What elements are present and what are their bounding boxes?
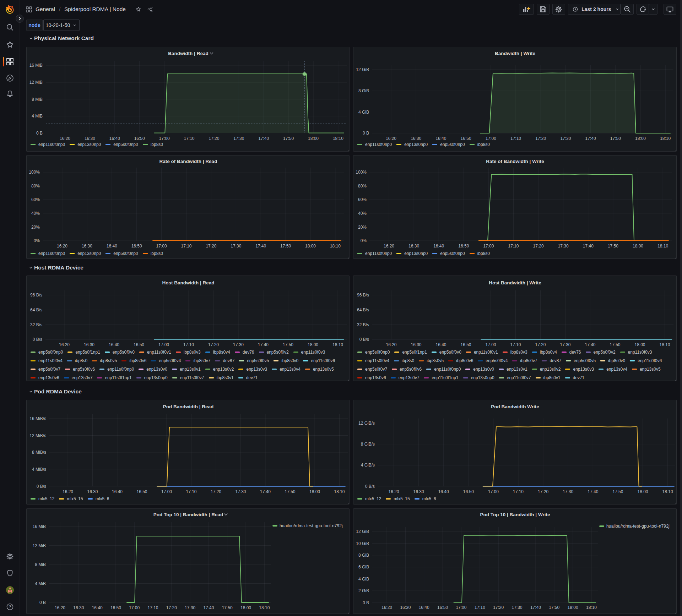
svg-text:17:00: 17:00: [488, 489, 499, 494]
svg-text:0 B/s: 0 B/s: [33, 337, 42, 342]
svg-text:18:00: 18:00: [305, 244, 316, 249]
svg-text:16:20: 16:20: [388, 489, 399, 494]
svg-text:17:20: 17:20: [166, 605, 177, 610]
svg-text:18:00: 18:00: [568, 605, 578, 610]
svg-text:16:30: 16:30: [82, 244, 92, 249]
svg-text:17:50: 17:50: [612, 489, 623, 494]
svg-text:17:00: 17:00: [158, 342, 169, 347]
svg-text:40%: 40%: [358, 211, 367, 216]
svg-text:17:30: 17:30: [560, 342, 570, 347]
svg-text:16:40: 16:40: [435, 136, 446, 141]
svg-text:6 GiB: 6 GiB: [358, 565, 369, 569]
svg-text:16:30: 16:30: [84, 342, 94, 347]
svg-text:16:20: 16:20: [60, 136, 70, 141]
svg-text:17:10: 17:10: [186, 489, 196, 494]
svg-text:16:20: 16:20: [55, 605, 65, 610]
svg-text:17:10: 17:10: [183, 342, 194, 347]
svg-text:17:10: 17:10: [147, 605, 158, 610]
svg-text:17:50: 17:50: [285, 489, 295, 494]
svg-text:4 MiB/s: 4 MiB/s: [32, 467, 46, 472]
svg-text:12 GiB/s: 12 GiB/s: [358, 421, 375, 426]
svg-text:17:20: 17:20: [538, 489, 548, 494]
svg-text:17:20: 17:20: [211, 489, 221, 494]
svg-text:17:10: 17:10: [181, 244, 191, 249]
svg-text:Bandwidth | Read: Bandwidth | Read: [168, 51, 208, 56]
svg-text:17:40: 17:40: [260, 489, 271, 494]
svg-text:60%: 60%: [358, 197, 367, 202]
svg-text:17:00: 17:00: [129, 605, 140, 610]
svg-text:17:20: 17:20: [209, 136, 219, 141]
svg-text:16:30: 16:30: [408, 244, 419, 249]
svg-text:16:40: 16:40: [433, 244, 444, 249]
svg-text:18:00: 18:00: [240, 605, 251, 610]
svg-text:64 B/s: 64 B/s: [357, 307, 369, 312]
svg-text:8 MiB: 8 MiB: [32, 97, 43, 102]
svg-text:17:20: 17:20: [493, 605, 504, 610]
svg-text:8 MiB/s: 8 MiB/s: [32, 450, 46, 455]
svg-text:18:10: 18:10: [330, 244, 341, 249]
svg-text:16:40: 16:40: [92, 605, 103, 610]
svg-text:4 GiB: 4 GiB: [358, 110, 369, 115]
svg-text:Host Bandwidth | Read: Host Bandwidth | Read: [162, 280, 214, 285]
svg-text:16:50: 16:50: [461, 136, 471, 141]
svg-text:4 GiB: 4 GiB: [358, 577, 369, 582]
svg-text:17:10: 17:10: [513, 489, 524, 494]
svg-text:80%: 80%: [31, 184, 40, 189]
svg-text:16:30: 16:30: [413, 489, 424, 494]
svg-text:17:00: 17:00: [456, 605, 466, 610]
svg-text:16:30: 16:30: [411, 342, 421, 347]
svg-text:16:40: 16:40: [109, 342, 119, 347]
svg-text:16:30: 16:30: [400, 605, 411, 610]
svg-text:17:40: 17:40: [258, 342, 269, 347]
svg-text:16:40: 16:40: [419, 605, 429, 610]
svg-text:17:00: 17:00: [156, 244, 167, 249]
svg-text:16:40: 16:40: [112, 489, 123, 494]
svg-text:16:20: 16:20: [57, 244, 67, 249]
svg-text:16:20: 16:20: [386, 136, 396, 141]
svg-text:16 MiB: 16 MiB: [29, 63, 43, 68]
svg-text:40%: 40%: [31, 211, 40, 216]
svg-text:0 B: 0 B: [36, 131, 43, 136]
svg-text:4 GiB/s: 4 GiB/s: [361, 463, 375, 468]
svg-text:17:00: 17:00: [485, 342, 496, 347]
svg-text:Rate of Bandwidth | Write: Rate of Bandwidth | Write: [486, 159, 544, 164]
svg-text:60%: 60%: [31, 197, 40, 202]
svg-text:100%: 100%: [29, 170, 40, 175]
svg-text:17:30: 17:30: [512, 605, 522, 610]
svg-text:16:20: 16:20: [386, 342, 396, 347]
svg-text:18:10: 18:10: [662, 489, 673, 494]
svg-text:17:20: 17:20: [535, 342, 546, 347]
svg-text:17:50: 17:50: [280, 244, 291, 249]
svg-text:17:50: 17:50: [608, 244, 618, 249]
svg-text:17:00: 17:00: [159, 136, 170, 141]
svg-text:16:30: 16:30: [87, 489, 98, 494]
svg-text:96 B/s: 96 B/s: [357, 293, 369, 298]
svg-text:17:00: 17:00: [161, 489, 172, 494]
svg-text:0 B: 0 B: [363, 600, 369, 605]
svg-text:16:20: 16:20: [381, 605, 392, 610]
svg-text:17:40: 17:40: [588, 489, 598, 494]
svg-text:16:20: 16:20: [59, 342, 70, 347]
svg-text:Pod Bandwidth Write: Pod Bandwidth Write: [491, 404, 539, 409]
svg-text:Bandwidth | Write: Bandwidth | Write: [495, 51, 535, 56]
svg-text:16:40: 16:40: [438, 489, 449, 494]
svg-text:100%: 100%: [356, 170, 367, 175]
svg-text:17:50: 17:50: [283, 342, 293, 347]
svg-text:18:10: 18:10: [660, 136, 671, 141]
svg-text:Host Bandwidth | Write: Host Bandwidth | Write: [489, 280, 541, 285]
svg-text:17:10: 17:10: [184, 136, 194, 141]
svg-text:18:10: 18:10: [659, 342, 670, 347]
svg-text:8 MiB: 8 MiB: [35, 562, 46, 567]
svg-text:80%: 80%: [358, 184, 367, 189]
svg-text:2 GiB: 2 GiB: [358, 588, 369, 593]
svg-text:12 MiB/s: 12 MiB/s: [29, 433, 46, 438]
svg-text:64 B/s: 64 B/s: [30, 307, 42, 312]
svg-text:0%: 0%: [34, 238, 40, 243]
svg-text:12 MiB: 12 MiB: [29, 80, 43, 85]
svg-text:18:00: 18:00: [308, 342, 318, 347]
svg-text:18:00: 18:00: [308, 136, 319, 141]
svg-text:17:40: 17:40: [258, 136, 269, 141]
svg-text:17:20: 17:20: [533, 244, 544, 249]
svg-text:?: ?: [9, 605, 11, 609]
svg-text:16:40: 16:40: [107, 244, 117, 249]
